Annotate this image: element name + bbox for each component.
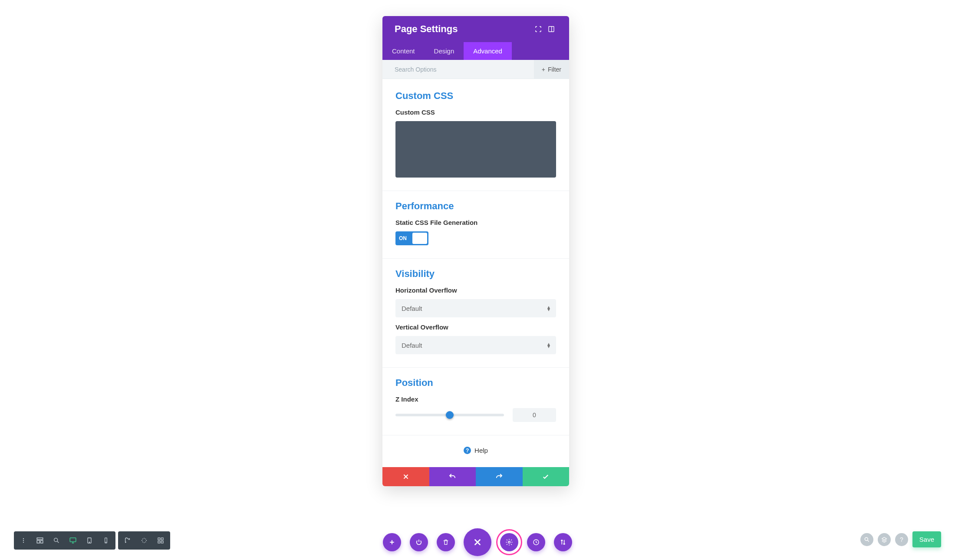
svg-point-2 (508, 541, 510, 544)
delete-button[interactable] (437, 533, 455, 551)
more-options-button[interactable] (16, 533, 31, 548)
v-overflow-select[interactable]: Default ▴▾ (395, 336, 556, 354)
svg-rect-11 (70, 538, 76, 542)
svg-point-16 (128, 538, 130, 540)
help-circle-button[interactable]: ? (895, 533, 908, 546)
svg-point-10 (54, 538, 58, 542)
help-link[interactable]: ? Help (382, 435, 569, 463)
modal-title: Page Settings (395, 23, 532, 35)
svg-rect-9 (41, 540, 43, 543)
v-overflow-label: Vertical Overflow (395, 323, 556, 331)
svg-rect-18 (161, 538, 163, 540)
chevron-updown-icon: ▴▾ (547, 306, 550, 311)
zindex-label: Z Index (395, 395, 556, 403)
layers-button[interactable] (878, 533, 891, 546)
page-settings-modal: Page Settings Content Design Advanced + … (382, 16, 569, 486)
select-value: Default (402, 305, 422, 312)
undo-button[interactable] (429, 467, 476, 486)
tab-content[interactable]: Content (382, 42, 425, 60)
modal-header: Page Settings (382, 16, 569, 42)
help-icon: ? (464, 447, 471, 454)
discard-button[interactable] (382, 467, 429, 486)
chevron-updown-icon: ▴▾ (547, 343, 550, 348)
page-action-bar (383, 528, 572, 556)
filter-label: Filter (548, 66, 561, 73)
zindex-slider[interactable] (395, 414, 504, 416)
click-mode-button[interactable] (136, 533, 152, 548)
static-css-label: Static CSS File Generation (395, 219, 556, 226)
svg-point-5 (23, 540, 24, 541)
desktop-view-button[interactable] (65, 533, 81, 548)
toggle-state-label: ON (399, 235, 407, 241)
section-heading: Performance (395, 201, 556, 212)
dock-icon[interactable] (545, 23, 558, 36)
modal-tabs: Content Design Advanced (382, 42, 569, 60)
section-heading: Custom CSS (395, 90, 556, 102)
slider-handle[interactable] (446, 411, 454, 419)
zindex-row: 0 (395, 408, 556, 422)
custom-css-label: Custom CSS (395, 109, 556, 116)
redo-button[interactable] (476, 467, 523, 486)
portability-button[interactable] (554, 533, 572, 551)
search-options-bar: + Filter (382, 60, 569, 79)
svg-rect-8 (37, 540, 40, 543)
right-toolbar: ? Save (860, 531, 941, 547)
h-overflow-label: Horizontal Overflow (395, 287, 556, 294)
section-position: Position Z Index 0 (382, 368, 569, 435)
svg-rect-19 (158, 541, 160, 543)
h-overflow-select[interactable]: Default ▴▾ (395, 299, 556, 317)
tab-advanced[interactable]: Advanced (464, 42, 512, 60)
custom-css-editor[interactable] (395, 121, 556, 178)
page-settings-button[interactable] (500, 533, 518, 551)
confirm-button[interactable] (523, 467, 570, 486)
expand-icon[interactable] (532, 23, 545, 36)
svg-point-4 (23, 538, 24, 539)
svg-rect-17 (158, 538, 160, 540)
section-heading: Visibility (395, 268, 556, 280)
static-css-toggle[interactable]: ON (395, 231, 428, 245)
tab-design[interactable]: Design (425, 42, 464, 60)
wireframe-view-button[interactable] (32, 533, 48, 548)
section-custom-css: Custom CSS Custom CSS (382, 81, 569, 191)
filter-button[interactable]: + Filter (534, 60, 569, 79)
modal-footer-actions (382, 467, 569, 486)
zoom-button[interactable] (49, 533, 64, 548)
section-visibility: Visibility Horizontal Overflow Default ▴… (382, 259, 569, 368)
add-button[interactable] (383, 533, 401, 551)
hover-mode-button[interactable] (120, 533, 135, 548)
modal-body: Custom CSS Custom CSS Performance Static… (382, 79, 569, 467)
toggle-knob (412, 233, 427, 244)
svg-point-6 (23, 542, 24, 543)
search-page-button[interactable] (860, 533, 873, 546)
select-value: Default (402, 342, 422, 349)
view-group-1 (14, 531, 115, 550)
history-button[interactable] (527, 533, 545, 551)
help-label: Help (474, 447, 488, 454)
svg-point-15 (106, 542, 106, 543)
svg-point-21 (865, 537, 868, 540)
close-menu-button[interactable] (464, 528, 491, 556)
view-group-2 (118, 531, 170, 550)
phone-view-button[interactable] (98, 533, 114, 548)
section-heading: Position (395, 377, 556, 389)
svg-rect-20 (161, 541, 163, 543)
section-performance: Performance Static CSS File Generation O… (382, 191, 569, 259)
power-button[interactable] (410, 533, 428, 551)
view-mode-toolbar (14, 531, 170, 550)
svg-rect-7 (37, 538, 43, 540)
plus-icon: + (542, 66, 545, 73)
save-button[interactable]: Save (912, 531, 941, 547)
search-options-input[interactable] (395, 66, 534, 73)
svg-point-13 (89, 542, 89, 542)
zindex-input[interactable]: 0 (513, 408, 556, 422)
grid-mode-button[interactable] (153, 533, 168, 548)
tablet-view-button[interactable] (82, 533, 97, 548)
